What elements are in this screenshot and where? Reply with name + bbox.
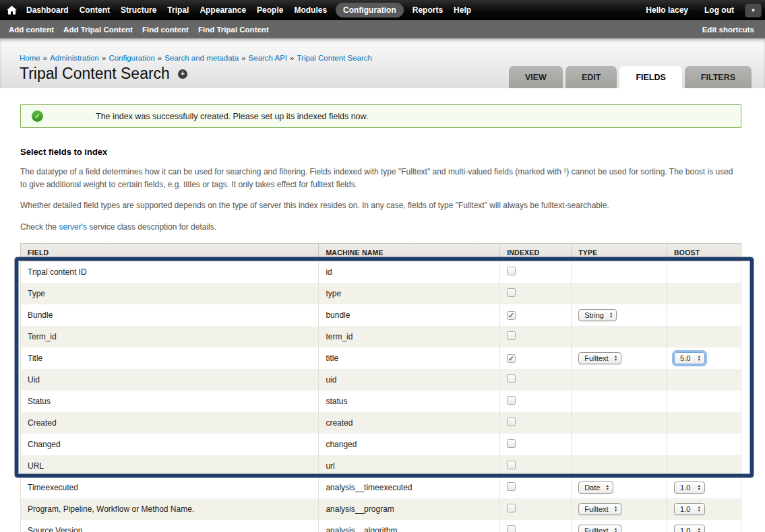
machine-name: analysis__timeexecuted — [319, 477, 500, 498]
table-row: Titletitle✓Fulltext▲▼5.0▲▼ — [21, 347, 741, 369]
field-label: Timeexecuted — [21, 477, 319, 498]
user-greeting[interactable]: Hello lacey — [646, 5, 688, 15]
shortcut-item-add-tripal-content[interactable]: Add Tripal Content — [59, 26, 137, 34]
shortcut-item-find-content[interactable]: Find content — [137, 26, 193, 34]
fields-table: FIELDMACHINE NAMEINDEXEDTYPEBOOST Tripal… — [20, 243, 741, 532]
breadcrumb-link-search-api[interactable]: Search API — [249, 54, 288, 62]
add-shortcut-icon[interactable]: + — [178, 69, 187, 79]
indexed-checkbox[interactable]: ✓ — [507, 311, 516, 320]
server-link[interactable]: server's — [59, 222, 87, 232]
breadcrumb-separator: » — [241, 54, 245, 62]
breadcrumb-link-home[interactable]: Home — [20, 54, 40, 62]
table-row: URLurl — [21, 455, 741, 477]
field-label: Title — [21, 347, 319, 369]
table-row: Program, Pipeline, Workflow or Method Na… — [21, 498, 741, 520]
indexed-cell — [500, 412, 572, 434]
select-stepper-icon: ▲▼ — [609, 312, 613, 319]
field-label: Created — [21, 412, 319, 434]
indexed-checkbox[interactable] — [507, 267, 516, 275]
boost-select[interactable]: 1.0▲▼ — [674, 525, 705, 532]
machine-name: bundle — [319, 304, 500, 326]
status-message-text: The index was successfully created. Plea… — [96, 112, 368, 121]
boost-select-value: 1.0 — [680, 505, 690, 513]
toolbar-item-reports[interactable]: Reports — [407, 0, 448, 20]
description-paragraph-1: The datatype of a field determines how i… — [20, 166, 741, 191]
table-row: Term_idterm_id — [21, 326, 741, 347]
toolbar-item-modules[interactable]: Modules — [288, 0, 332, 20]
type-select[interactable]: String▲▼ — [578, 309, 617, 321]
field-label: Bundle — [21, 304, 319, 326]
boost-cell: 1.0▲▼ — [667, 520, 741, 532]
boost-cell — [667, 369, 741, 391]
tab-edit[interactable]: EDIT — [565, 66, 617, 88]
toolbar-item-people[interactable]: People — [251, 0, 288, 20]
toolbar-item-structure[interactable]: Structure — [115, 0, 162, 20]
toolbar-item-help[interactable]: Help — [448, 0, 477, 20]
toolbar-item-tripal[interactable]: Tripal — [162, 0, 194, 20]
type-select-value: Fulltext — [584, 527, 608, 532]
type-select[interactable]: Fulltext▲▼ — [578, 503, 621, 515]
indexed-cell: ✓ — [500, 347, 572, 369]
toolbar-item-content[interactable]: Content — [74, 0, 115, 20]
boost-select[interactable]: 5.0▲▼ — [674, 352, 705, 364]
breadcrumb-link-search-and-metadata[interactable]: Search and metadata — [164, 54, 239, 62]
status-message: ✓ The index was successfully created. Pl… — [20, 104, 741, 128]
boost-select[interactable]: 1.0▲▼ — [674, 481, 705, 494]
indexed-checkbox[interactable] — [507, 396, 516, 405]
indexed-cell — [500, 283, 572, 304]
logout-link[interactable]: Log out — [704, 5, 734, 15]
tab-filters[interactable]: FILTERS — [685, 66, 752, 88]
indexed-checkbox[interactable] — [507, 525, 516, 532]
tab-fields[interactable]: FIELDS — [619, 66, 681, 88]
breadcrumb-separator: » — [102, 54, 106, 62]
field-label: Status — [21, 391, 319, 412]
indexed-checkbox[interactable] — [507, 288, 516, 297]
indexed-checkbox[interactable]: ✓ — [507, 354, 516, 363]
indexed-checkbox[interactable] — [507, 331, 516, 340]
toolbar-toggle-button[interactable]: ▼ — [745, 3, 762, 18]
shortcut-item-add-content[interactable]: Add content — [4, 26, 59, 34]
type-cell — [572, 283, 667, 304]
indexed-checkbox[interactable] — [507, 439, 516, 448]
type-select-value: Fulltext — [584, 354, 608, 362]
indexed-checkbox[interactable] — [507, 461, 516, 469]
tab-view[interactable]: VIEW — [509, 66, 563, 88]
boost-cell — [667, 326, 741, 347]
breadcrumb-link-tripal-content-search[interactable]: Tripal Content Search — [297, 54, 372, 62]
machine-name: analysis__program — [319, 498, 500, 520]
type-select[interactable]: Fulltext▲▼ — [578, 525, 621, 532]
field-label: Program, Pipeline, Workflow or Method Na… — [21, 498, 319, 520]
indexed-cell — [500, 498, 572, 520]
table-row: Tripal content IDid — [21, 261, 741, 283]
select-stepper-icon: ▲▼ — [698, 484, 701, 491]
toolbar-item-configuration[interactable]: Configuration — [336, 3, 404, 18]
page-header: Home»Administration»Configuration»Search… — [0, 38, 765, 88]
type-select[interactable]: Date▲▼ — [578, 481, 613, 494]
type-select[interactable]: Fulltext▲▼ — [578, 352, 621, 364]
type-select-value: Fulltext — [584, 505, 608, 513]
type-cell — [572, 326, 667, 347]
indexed-checkbox[interactable] — [507, 504, 516, 512]
shortcut-bar: Add contentAdd Tripal ContentFind conten… — [0, 20, 765, 38]
indexed-checkbox[interactable] — [507, 418, 516, 426]
breadcrumb: Home»Administration»Configuration»Search… — [20, 54, 765, 62]
indexed-cell — [500, 434, 572, 455]
boost-select[interactable]: 1.0▲▼ — [674, 503, 705, 515]
type-cell — [572, 412, 667, 434]
indexed-checkbox[interactable] — [507, 482, 516, 491]
home-icon[interactable] — [7, 5, 17, 15]
description-paragraph-3: Check the server's service class descrip… — [20, 221, 741, 234]
machine-name: id — [319, 261, 500, 283]
indexed-checkbox[interactable] — [507, 374, 516, 383]
breadcrumb-link-configuration[interactable]: Configuration — [109, 54, 154, 62]
machine-name: uid — [319, 369, 500, 391]
shortcut-item-find-tripal-content[interactable]: Find Tripal Content — [193, 26, 274, 34]
breadcrumb-separator: » — [158, 54, 162, 62]
toolbar-item-dashboard[interactable]: Dashboard — [21, 0, 74, 20]
breadcrumb-link-administration[interactable]: Administration — [50, 54, 99, 62]
boost-cell — [667, 412, 741, 434]
edit-shortcuts-link[interactable]: Edit shortcuts — [702, 26, 754, 34]
toolbar-item-appearance[interactable]: Appearance — [194, 0, 251, 20]
field-label: Tripal content ID — [21, 261, 319, 283]
indexed-cell — [500, 261, 572, 283]
